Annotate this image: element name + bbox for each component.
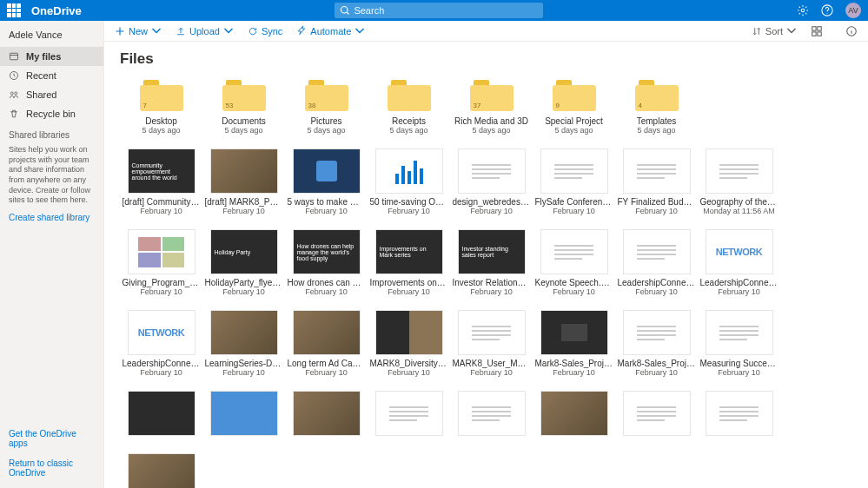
file-tile[interactable]: LeadershipConnection_…February 10 bbox=[615, 229, 698, 296]
folder-count: 37 bbox=[474, 102, 481, 109]
file-name: LearningSeries-DronePr… bbox=[205, 359, 283, 368]
search-input[interactable]: Search bbox=[335, 3, 543, 18]
sidebar-item-recent[interactable]: Recent bbox=[0, 66, 103, 85]
file-tile[interactable]: design_webredesign_sc…February 10 bbox=[450, 148, 533, 215]
file-tile[interactable]: 5 ways to make Outlook …February 10 bbox=[285, 148, 368, 215]
file-name: Mark8-Sales_Projection… bbox=[535, 359, 613, 368]
owner-name: Adele Vance bbox=[0, 26, 103, 47]
file-tile[interactable]: Giving_Program_flyer.pdfFebruary 10 bbox=[120, 229, 202, 296]
settings-icon[interactable] bbox=[797, 4, 809, 16]
app-launcher-icon[interactable] bbox=[7, 3, 21, 17]
folder-tile[interactable]: 53Documents5 days ago bbox=[202, 80, 285, 135]
info-icon[interactable] bbox=[845, 25, 858, 37]
folder-name: Rich Media and 3D bbox=[454, 116, 528, 126]
file-tile[interactable] bbox=[368, 391, 450, 439]
svg-point-2 bbox=[801, 9, 805, 12]
chevron-down-icon bbox=[786, 26, 797, 36]
file-tile[interactable]: FlySafe Conference .docxFebruary 10 bbox=[533, 148, 615, 215]
file-tile[interactable]: Investor standing sales reportInvestor R… bbox=[450, 229, 533, 296]
file-tile[interactable]: LearningSeries-DronePr…February 10 bbox=[202, 310, 285, 377]
file-tile[interactable]: Keynote Speech.docxFebruary 10 bbox=[533, 229, 615, 296]
shared-libraries-section: Shared libraries bbox=[0, 123, 103, 143]
chevron-down-icon bbox=[223, 26, 234, 36]
svg-rect-8 bbox=[812, 26, 816, 30]
file-date: February 10 bbox=[553, 287, 595, 296]
file-tile[interactable] bbox=[698, 391, 780, 439]
file-date: February 10 bbox=[222, 368, 265, 377]
svg-point-0 bbox=[341, 7, 348, 14]
file-date: February 10 bbox=[305, 207, 348, 215]
folder-name: Pictures bbox=[310, 116, 341, 126]
file-tile[interactable] bbox=[450, 391, 533, 439]
file-name: Long term Ad Campaig… bbox=[288, 359, 366, 368]
file-tile[interactable]: Mark8-Sales_Projection…February 10 bbox=[533, 310, 615, 377]
folder-count: 53 bbox=[226, 102, 234, 109]
top-bar: OneDrive Search AV bbox=[0, 0, 868, 21]
svg-point-7 bbox=[15, 92, 17, 95]
file-tile[interactable]: Geography of the Earth…Monday at 11:56 A… bbox=[698, 148, 780, 215]
sidebar-item-shared[interactable]: Shared bbox=[0, 85, 103, 104]
file-tile[interactable]: NETWORKLeadershipConnection-…February 10 bbox=[120, 310, 202, 377]
folder-name: Documents bbox=[222, 116, 266, 126]
file-name: Giving_Program_flyer.pdf bbox=[123, 278, 201, 287]
folder-tile[interactable]: 37Rich Media and 3D5 days ago bbox=[450, 80, 533, 135]
get-apps-link[interactable]: Get the OneDrive apps bbox=[0, 424, 103, 453]
folder-tile[interactable]: 38Pictures5 days ago bbox=[285, 80, 368, 135]
file-name: 50 time-saving Outlook … bbox=[370, 197, 448, 207]
folder-icon: 4 bbox=[635, 80, 679, 111]
file-tile[interactable]: [draft] MARK8_PROMO…February 10 bbox=[202, 148, 285, 215]
file-tile[interactable] bbox=[615, 391, 698, 439]
file-date: February 10 bbox=[388, 207, 430, 215]
file-date: February 10 bbox=[718, 287, 760, 296]
svg-rect-9 bbox=[818, 26, 821, 30]
sort-button[interactable]: Sort bbox=[752, 26, 797, 36]
file-date: February 10 bbox=[470, 368, 513, 377]
folder-icon bbox=[388, 80, 431, 111]
file-tile[interactable] bbox=[533, 391, 615, 439]
folder-count: 9 bbox=[556, 102, 560, 109]
file-tile[interactable]: Mark8-Sales_Projection…February 10 bbox=[615, 310, 698, 377]
new-button[interactable]: New bbox=[115, 26, 162, 36]
file-tile[interactable]: FY Finalized Budget Pla…February 10 bbox=[615, 148, 698, 215]
file-tile[interactable]: MARK8_Diversity_poster…February 10 bbox=[368, 310, 450, 377]
folder-date: 5 days ago bbox=[142, 126, 180, 135]
file-name: 5 ways to make Outlook … bbox=[288, 197, 366, 207]
search-placeholder: Search bbox=[354, 5, 384, 16]
file-name: [draft] MARK8_PROMO… bbox=[205, 197, 283, 207]
file-tile[interactable]: Long term Ad Campaig…February 10 bbox=[285, 310, 368, 377]
classic-onedrive-link[interactable]: Return to classic OneDrive bbox=[0, 453, 103, 483]
file-tile[interactable]: Measuring Success Guid…February 10 bbox=[698, 310, 780, 377]
avatar[interactable]: AV bbox=[845, 3, 861, 18]
file-tile[interactable]: Improvements on Mark seriesImprovements … bbox=[368, 229, 450, 296]
file-date: February 10 bbox=[388, 368, 430, 377]
file-tile[interactable]: 50 time-saving Outlook …February 10 bbox=[368, 148, 450, 215]
folder-tile[interactable]: 9Special Project5 days ago bbox=[533, 80, 615, 135]
file-tile[interactable]: Holiday PartyHolidayParty_flyer.docxFebr… bbox=[202, 229, 285, 296]
file-tile[interactable]: MARK8_User_Manual_E…February 10 bbox=[450, 310, 533, 377]
file-tile[interactable] bbox=[202, 391, 285, 439]
file-tile[interactable] bbox=[285, 391, 368, 439]
sidebar-item-my-files[interactable]: My files bbox=[0, 47, 103, 66]
file-tile[interactable]: Community empowerment around the world[d… bbox=[120, 148, 202, 215]
file-date: February 10 bbox=[388, 287, 430, 296]
file-tile[interactable] bbox=[120, 453, 202, 488]
file-tile[interactable] bbox=[120, 391, 202, 439]
folder-tile[interactable]: 7Desktop5 days ago bbox=[120, 80, 202, 135]
automate-button[interactable]: Automate bbox=[296, 26, 365, 36]
sort-icon bbox=[752, 26, 762, 36]
shared-libraries-help: Sites help you work on projects with you… bbox=[0, 143, 103, 208]
folder-tile[interactable]: 4Templates5 days ago bbox=[615, 80, 698, 135]
folder-tile[interactable]: Receipts5 days ago bbox=[368, 80, 450, 135]
create-shared-library-link[interactable]: Create shared library bbox=[0, 208, 103, 228]
help-icon[interactable] bbox=[821, 4, 833, 16]
file-name: MARK8_Diversity_poster… bbox=[370, 359, 448, 368]
folder-date: 5 days ago bbox=[472, 126, 510, 135]
view-tiles-icon[interactable] bbox=[811, 25, 823, 37]
file-tile[interactable]: NETWORKLeadershipConnection-…February 10 bbox=[698, 229, 780, 296]
file-tile[interactable]: How drones can help manage the world's f… bbox=[285, 229, 368, 296]
sidebar-item-recycle-bin[interactable]: Recycle bin bbox=[0, 104, 103, 123]
sync-button[interactable]: Sync bbox=[248, 26, 282, 36]
recent-icon bbox=[9, 70, 19, 81]
upload-button[interactable]: Upload bbox=[176, 26, 234, 36]
folder-name: Special Project bbox=[545, 116, 603, 126]
